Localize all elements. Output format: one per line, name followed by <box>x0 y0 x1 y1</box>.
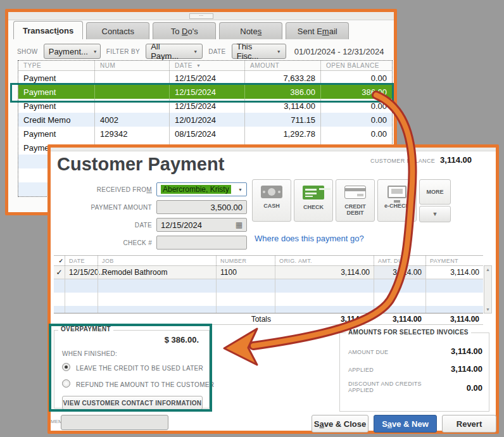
col-header-date[interactable]: DATE▼ <box>169 61 244 70</box>
amount-due-value: 3,114.00 <box>425 346 482 356</box>
date-label: DATE <box>208 48 226 55</box>
col-header-payment[interactable]: PAYMENT <box>425 256 483 265</box>
table-row[interactable]: Payment 12/15/2024 3,114.00 0.00 <box>18 99 392 113</box>
check-number-label: CHECK # <box>51 239 152 246</box>
tab-notes[interactable]: Notes <box>219 22 282 39</box>
table-row[interactable]: Payment 12/15/2024 7,633.28 0.00 <box>18 71 392 85</box>
filter-by-label: FILTER BY <box>106 48 140 55</box>
invoice-row-empty <box>54 293 483 306</box>
customer-balance-value: 3,114.00 <box>393 155 472 165</box>
tab-transactions[interactable]: Transactions <box>13 21 83 39</box>
tab-contacts[interactable]: Contacts <box>86 22 149 39</box>
amounts-title: AMOUNTS FOR SELECTED INVOICES <box>346 329 471 336</box>
chevron-down-icon: ▼ <box>238 187 243 192</box>
transactions-table-header: TYPE NUM DATE▼ AMOUNT OPEN BALANCE <box>18 61 392 71</box>
chevron-down-icon: ▼ <box>193 49 198 54</box>
chevron-down-icon: ▼ <box>93 49 98 54</box>
revert-button[interactable]: Revert <box>442 415 496 433</box>
col-header-amt-due[interactable]: AMT. DUE <box>374 256 425 265</box>
col-header-number[interactable]: NUMBER <box>216 256 275 265</box>
tab-sent-email[interactable]: Sent Email <box>286 22 349 39</box>
save-new-button[interactable]: Save & New <box>374 415 437 433</box>
payment-method-echeck-button[interactable]: e-CHECK <box>377 179 417 222</box>
save-close-button[interactable]: Save & Close <box>312 415 369 433</box>
payment-amount-field[interactable]: 3,500.00 <box>156 200 247 214</box>
check-number-field[interactable] <box>156 236 247 250</box>
col-header-type[interactable]: TYPE <box>18 61 94 70</box>
invoice-table-header: ✓ DATE JOB NUMBER ORIG. AMT. AMT. DUE PA… <box>54 256 483 266</box>
where-payment-goes-link[interactable]: Where does this payment go? <box>255 234 364 243</box>
check-icon <box>303 186 324 200</box>
overpayment-callout-frame <box>49 324 212 412</box>
received-from-value: Abercrombie, Kristy <box>161 185 231 194</box>
credit-card-icon <box>344 186 366 199</box>
customer-payment-window: Customer Payment CUSTOMER BALANCE 3,114.… <box>47 144 499 434</box>
date-range-text: 01/01/2024 - 12/31/2024 <box>294 47 384 56</box>
col-header-checkmark: ✓ <box>54 256 65 265</box>
invoice-row-empty <box>54 306 483 313</box>
payment-amount-label: PAYMENT AMOUNT <box>51 204 152 211</box>
memo-field[interactable] <box>61 415 168 430</box>
filter-by-dropdown[interactable]: All Paym... ▼ <box>146 44 203 59</box>
col-header-open-balance[interactable]: OPEN BALANCE <box>320 61 392 70</box>
col-header-num[interactable]: NUM <box>94 61 169 70</box>
payment-method-check-button[interactable]: CHECK <box>294 179 333 222</box>
table-row[interactable]: Credit Memo 4002 12/01/2024 711.15 0.00 <box>18 113 392 127</box>
received-from-dropdown[interactable]: Abercrombie, Kristy ▼ <box>156 182 247 196</box>
panel-title-strip: ⋯ <box>8 12 394 20</box>
sort-desc-icon: ▼ <box>196 63 201 68</box>
more-payment-methods-button[interactable]: MORE <box>419 179 451 205</box>
invoice-table: ✓ DATE JOB NUMBER ORIG. AMT. AMT. DUE PA… <box>54 255 483 314</box>
date-field-label: DATE <box>51 222 152 229</box>
show-dropdown[interactable]: Payment... ▼ <box>44 44 101 59</box>
tab-bar: Transactions Contacts To Do's Notes Sent… <box>13 22 349 39</box>
filter-row: SHOW Payment... ▼ FILTER BY All Paym... … <box>17 44 384 59</box>
chevron-down-icon: ▼ <box>432 211 438 217</box>
echeck-monitor-icon <box>387 186 406 198</box>
show-label: SHOW <box>17 48 38 55</box>
invoice-row-empty <box>54 279 483 293</box>
totals-label: Totals <box>216 314 275 324</box>
cash-icon <box>261 186 282 198</box>
scroll-down-icon[interactable]: ▼ <box>486 307 490 312</box>
date-field[interactable]: 12/15/2024 ▦ <box>156 218 247 232</box>
applied-value: 3,114.00 <box>425 364 482 374</box>
col-header-amount[interactable]: AMOUNT <box>244 61 320 70</box>
invoice-table-scrollbar[interactable]: ▲ ▼ <box>484 265 492 314</box>
table-row-selected[interactable]: Payment 12/15/2024 386.00 386.00 <box>18 85 392 99</box>
payment-method-cash-button[interactable]: CASH <box>252 179 291 222</box>
table-row[interactable]: Payment 129342 08/15/2024 1,292.78 0.00 <box>18 127 392 141</box>
amount-due-label: AMOUNT DUE <box>348 349 388 355</box>
calendar-icon[interactable]: ▦ <box>236 220 243 229</box>
chevron-down-icon: ▼ <box>277 49 281 54</box>
tab-todos[interactable]: To Do's <box>153 22 216 39</box>
scroll-up-icon[interactable]: ▲ <box>486 267 490 272</box>
panel-drag-handle[interactable]: ⋯ <box>189 13 213 19</box>
col-header-orig-amt[interactable]: ORIG. AMT. <box>275 256 374 265</box>
discount-credits-label: DISCOUNT AND CREDITS APPLIED <box>348 381 422 393</box>
col-header-date[interactable]: DATE <box>65 256 98 265</box>
payment-method-credit-debit-button[interactable]: CREDIT DEBIT <box>336 179 375 222</box>
col-header-job[interactable]: JOB <box>98 256 216 265</box>
received-from-label: RECEIVED FROM <box>51 186 152 193</box>
more-methods-expand-button[interactable]: ▼ <box>419 206 451 222</box>
window-title-strip <box>51 148 496 151</box>
date-dropdown[interactable]: This Fisc... ▼ <box>232 44 286 59</box>
page-title: Customer Payment <box>57 154 224 175</box>
applied-label: APPLIED <box>348 367 374 373</box>
discount-credits-value: 0.00 <box>425 383 482 393</box>
row-checkmark[interactable]: ✓ <box>54 266 65 279</box>
invoice-row[interactable]: ✓ 12/15/20... Remodel Bathroom 1100 3,11… <box>54 266 483 279</box>
